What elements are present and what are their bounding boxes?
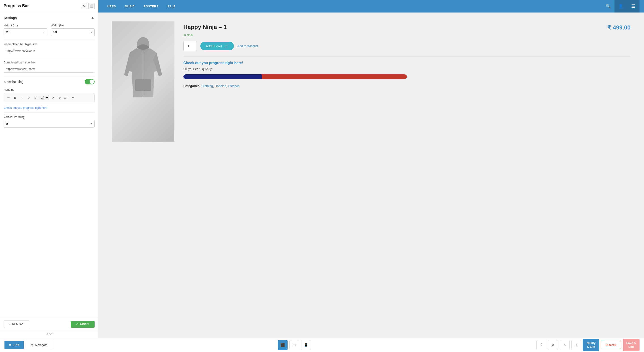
main-content: URES MUSIC POSTERS SALE 🔍 👤 ☰ — [98, 0, 644, 338]
apply-button[interactable]: ✓ APPLY — [71, 321, 94, 328]
collapse-settings-button[interactable]: ▲ — [90, 15, 94, 20]
redo-button[interactable]: ↻ — [56, 95, 62, 101]
nav-link-posters[interactable]: POSTERS — [139, 0, 163, 12]
vertical-padding-select[interactable]: 0 5 10 15 20 25 30 — [4, 120, 94, 128]
pencil-tool-button[interactable]: ✏ — [6, 95, 12, 101]
incomplete-url-input[interactable] — [4, 47, 94, 54]
remove-label: REMOVE — [12, 323, 24, 326]
desktop-view-button[interactable]: ⬛ — [278, 340, 288, 350]
mobile-view-button[interactable]: 📱 — [301, 340, 311, 350]
hide-button[interactable]: HIDE — [0, 331, 98, 338]
svg-rect-2 — [135, 80, 151, 91]
progress-remaining — [262, 74, 407, 79]
width-select[interactable]: 10 20 25 30 40 50 60 70 80 100 — [51, 28, 95, 36]
nav-links: URES MUSIC POSTERS SALE — [103, 0, 180, 12]
dimensions-row: Height (px) 10 15 20 25 30 40 50 — [4, 24, 94, 36]
format-button[interactable]: ⊞P — [63, 95, 69, 101]
show-heading-toggle[interactable] — [85, 79, 94, 84]
category-link-hoodies[interactable]: Hoodies — [215, 84, 226, 88]
category-link-lifestyle[interactable]: Lifestyle — [228, 84, 239, 88]
history-button[interactable]: ↺ — [548, 340, 558, 350]
progress-bar-container — [183, 74, 407, 79]
underline-button[interactable]: U — [26, 95, 32, 101]
user-nav-button[interactable]: 👤 — [614, 0, 627, 12]
format-dropdown-button[interactable]: ▾ — [70, 95, 76, 101]
content-area: Progress Bar ✕ ⬜ Settings ▲ Height (px) — [0, 0, 644, 338]
heading-group: Heading ✏ B I U S 14 12 16 18 20 — [4, 88, 94, 102]
resize-panel-button[interactable]: ⬜ — [88, 3, 94, 9]
save-exit-label: Save &Exit — [626, 341, 636, 349]
cart-row: Add to cart 🛒 Add to Wishlist — [183, 41, 630, 51]
vertical-padding-label: Vertical Padding — [4, 115, 94, 119]
left-panel: Progress Bar ✕ ⬜ Settings ▲ Height (px) — [0, 0, 98, 338]
height-select-wrapper: 10 15 20 25 30 40 50 — [4, 28, 48, 36]
close-panel-button[interactable]: ✕ — [81, 3, 87, 9]
width-select-wrapper: 10 20 25 30 40 50 60 70 80 100 — [51, 28, 95, 36]
bottom-right-tools: ? ↺ ↖ + Nullify& Exit Discard Save &Exit — [536, 339, 640, 351]
navigate-button[interactable]: ⊕ Navigate — [26, 341, 52, 349]
product-name: Happy Ninja – 1 — [183, 24, 227, 31]
progress-subtext: Fill your cart, quickly! — [183, 67, 630, 71]
show-heading-row: Show heading — [4, 79, 94, 84]
price-row: Happy Ninja – 1 ₹ 499.00 — [183, 24, 630, 31]
discard-button[interactable]: Discard — [601, 341, 621, 349]
nav-link-ures[interactable]: URES — [103, 0, 120, 12]
add-to-cart-button[interactable]: Add to cart 🛒 — [200, 42, 234, 50]
categories-label: Categories: — [183, 84, 200, 88]
complete-url-group: Completed bar hyperlink — [4, 61, 94, 73]
panel-header-actions: ✕ ⬜ — [81, 3, 94, 9]
edit-pencil-icon: ✏ — [9, 343, 12, 347]
category-link-clothing[interactable]: Clothing — [202, 84, 213, 88]
heading-preview-link[interactable]: Check out you progress right here! — [4, 106, 48, 109]
product-price: ₹ 499.00 — [607, 24, 630, 31]
panel-title: Progress Bar — [4, 3, 29, 8]
menu-nav-button[interactable]: ☰ — [627, 0, 640, 12]
strikethrough-button[interactable]: S — [32, 95, 38, 101]
add-to-cart-label: Add to cart — [206, 44, 222, 48]
site-nav: URES MUSIC POSTERS SALE 🔍 👤 ☰ — [98, 0, 644, 12]
complete-url-input[interactable] — [4, 65, 94, 73]
incomplete-url-label: Incompleted bar hyperlink — [4, 42, 94, 46]
width-group: Width (%) 10 20 25 30 40 50 60 70 — [51, 24, 95, 36]
show-heading-label: Show heading — [4, 80, 24, 84]
progress-completed — [183, 74, 262, 79]
tablet-view-button[interactable]: ▭ — [289, 340, 299, 350]
padding-select-wrapper: 0 5 10 15 20 25 30 — [4, 120, 94, 128]
edit-button[interactable]: ✏ Edit — [4, 341, 24, 349]
height-select[interactable]: 10 15 20 25 30 40 50 — [4, 28, 48, 36]
quantity-input[interactable] — [183, 41, 197, 51]
nav-link-sale[interactable]: SALE — [163, 0, 180, 12]
add-button[interactable]: + — [571, 340, 581, 350]
font-size-select[interactable]: 14 12 16 18 20 — [39, 95, 49, 100]
section-title: Settings — [4, 16, 17, 20]
undo-button[interactable]: ↺ — [50, 95, 56, 101]
help-button[interactable]: ? — [536, 340, 546, 350]
product-image-placeholder — [112, 21, 174, 142]
save-exit-button[interactable]: Save &Exit — [623, 339, 640, 351]
search-nav-button[interactable]: 🔍 — [602, 0, 614, 12]
bottom-center: ⬛ ▭ 📱 — [278, 340, 311, 350]
italic-button[interactable]: I — [19, 95, 25, 101]
nav-link-music[interactable]: MUSIC — [120, 0, 139, 12]
nullify-exit-button[interactable]: Nullify& Exit — [583, 339, 599, 351]
nullify-label: Nullify& Exit — [586, 341, 596, 349]
divider-4 — [4, 112, 94, 113]
categories: Categories: Clothing, Hoodies, Lifestyle — [183, 84, 630, 88]
bold-button[interactable]: B — [12, 95, 18, 101]
divider-3 — [4, 76, 94, 76]
nav-actions: 🔍 👤 ☰ — [602, 0, 640, 12]
remove-x-icon: ✕ — [8, 323, 11, 326]
vertical-padding-group: Vertical Padding 0 5 10 15 20 25 30 — [4, 115, 94, 128]
apply-label: APPLY — [80, 323, 89, 326]
heading-label: Heading — [4, 88, 94, 91]
incomplete-url-group: Incompleted bar hyperlink — [4, 42, 94, 54]
divider-1 — [4, 39, 94, 40]
remove-button[interactable]: ✕ REMOVE — [4, 321, 29, 328]
edit-label: Edit — [14, 343, 19, 347]
add-to-wishlist-link[interactable]: Add to Wishlist — [238, 44, 258, 48]
cursor-button[interactable]: ↖ — [560, 340, 570, 350]
complete-url-label: Completed bar hyperlink — [4, 61, 94, 64]
divider-2 — [4, 58, 94, 58]
product-area: Happy Ninja – 1 ₹ 499.00 In stock Add to… — [98, 12, 644, 338]
product-info: Happy Ninja – 1 ₹ 499.00 In stock Add to… — [183, 21, 630, 88]
